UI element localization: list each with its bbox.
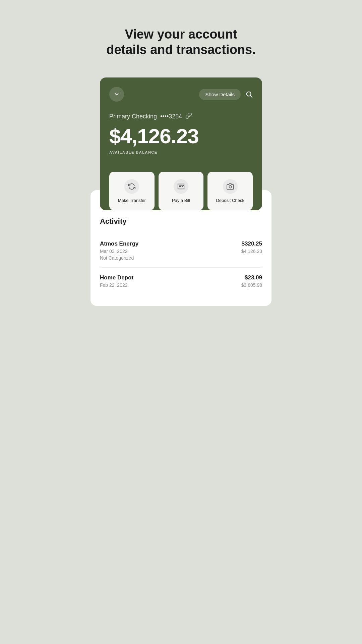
link-icon — [185, 112, 192, 121]
deposit-check-button[interactable]: Deposit Check — [207, 172, 253, 210]
account-card: Show Details Primary Checking ••••3254 — [100, 77, 262, 210]
tx-category: Not Categorized — [100, 255, 138, 261]
tx-name: Home Depot — [100, 274, 133, 281]
page-title: View your account details and transactio… — [104, 27, 258, 57]
tx-balance: $4,126.23 — [241, 249, 262, 254]
pay-bill-button[interactable]: Pay a Bill — [159, 172, 204, 210]
tx-name: Atmos Energy — [100, 240, 138, 247]
account-name: Primary Checking ••••3254 — [109, 112, 253, 121]
balance-amount: $4,126.23 — [109, 125, 253, 148]
deposit-check-icon — [223, 179, 238, 194]
pay-bill-icon — [174, 179, 188, 194]
table-row[interactable]: Atmos Energy Mar 03, 2022 Not Categorize… — [100, 234, 262, 268]
account-number: ••••3254 — [160, 113, 182, 120]
tx-amount: $320.25 — [242, 240, 262, 247]
activity-title: Activity — [100, 217, 262, 226]
svg-line-1 — [250, 96, 252, 97]
table-row[interactable]: Home Depot Feb 22, 2022 $23.09 $3,805.98 — [100, 268, 262, 296]
make-transfer-button[interactable]: Make Transfer — [109, 172, 155, 210]
chevron-down-button[interactable] — [109, 87, 124, 102]
transfer-icon — [124, 179, 139, 194]
tx-date: Mar 03, 2022 — [100, 249, 138, 254]
balance-label: Available Balance — [109, 150, 253, 154]
transaction-list: Atmos Energy Mar 03, 2022 Not Categorize… — [100, 234, 262, 296]
make-transfer-label: Make Transfer — [118, 198, 146, 203]
page-header: View your account details and transactio… — [90, 0, 272, 77]
tx-amount: $23.09 — [245, 274, 262, 281]
svg-point-3 — [229, 186, 231, 188]
tx-balance: $3,805.98 — [241, 282, 262, 288]
deposit-check-label: Deposit Check — [216, 198, 244, 203]
show-details-button[interactable]: Show Details — [199, 89, 241, 100]
pay-bill-label: Pay a Bill — [172, 198, 190, 203]
search-button[interactable] — [245, 91, 253, 98]
tx-date: Feb 22, 2022 — [100, 282, 133, 288]
